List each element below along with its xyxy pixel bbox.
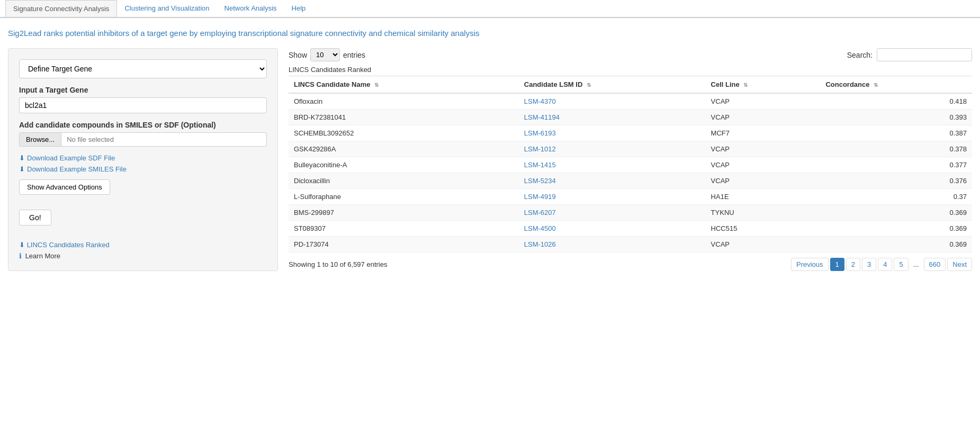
file-upload-row: Browse... No file selected bbox=[19, 132, 267, 147]
download-sdf-icon: ⬇ bbox=[19, 154, 25, 162]
lsm-link-8[interactable]: LSM-4500 bbox=[524, 224, 556, 232]
col-header-lsm-id[interactable]: Candidate LSM ID ⇅ bbox=[519, 76, 706, 94]
cell-concordance-9: 0.369 bbox=[820, 237, 972, 252]
lincs-link-section: ⬇ LINCS Candidates Ranked bbox=[19, 240, 267, 249]
cell-lsm-1: LSM-41194 bbox=[519, 110, 706, 125]
table-controls: Show 10 25 50 100 entries Search: bbox=[289, 48, 972, 61]
navigation-bar: Signature Connectivity Analysis Clusteri… bbox=[0, 0, 980, 18]
lsm-link-0[interactable]: LSM-4370 bbox=[524, 97, 556, 105]
content-layout: Define Target Gene Input a Target Gene A… bbox=[8, 48, 972, 271]
main-container: Sig2Lead ranks potential inhibitors of a… bbox=[0, 18, 980, 276]
cell-name-3: GSK429286A bbox=[289, 141, 519, 157]
cell-lsm-5: LSM-5234 bbox=[519, 173, 706, 189]
cell-line-4: VCAP bbox=[706, 157, 821, 173]
input-target-gene-section: Input a Target Gene bbox=[19, 86, 267, 113]
cell-lsm-8: LSM-4500 bbox=[519, 221, 706, 237]
col-header-concordance[interactable]: Concordance ⇅ bbox=[820, 76, 972, 94]
lsm-link-4[interactable]: LSM-1415 bbox=[524, 161, 556, 169]
cell-concordance-0: 0.418 bbox=[820, 93, 972, 110]
cell-name-7: BMS-299897 bbox=[289, 205, 519, 221]
pagination-section: Showing 1 to 10 of 6,597 entries Previou… bbox=[289, 258, 972, 271]
lsm-link-2[interactable]: LSM-6193 bbox=[524, 129, 556, 137]
cell-lsm-2: LSM-6193 bbox=[519, 125, 706, 141]
cell-line-7: TYKNU bbox=[706, 205, 821, 221]
page-4-button[interactable]: 4 bbox=[878, 258, 892, 271]
file-name-display: No file selected bbox=[61, 132, 267, 147]
nav-network-analysis[interactable]: Network Analysis bbox=[217, 0, 284, 18]
search-section: Search: bbox=[847, 48, 972, 61]
cell-concordance-3: 0.378 bbox=[820, 141, 972, 157]
lsm-link-7[interactable]: LSM-6207 bbox=[524, 209, 556, 216]
nav-signature-connectivity[interactable]: Signature Connectivity Analysis bbox=[5, 0, 117, 18]
candidates-table: LINCS Candidate Name ⇅ Candidate LSM ID … bbox=[289, 76, 972, 252]
cell-name-1: BRD-K72381041 bbox=[289, 110, 519, 125]
cell-concordance-2: 0.387 bbox=[820, 125, 972, 141]
table-row: PD-173074 LSM-1026 VCAP 0.369 bbox=[289, 237, 972, 252]
file-upload-section: Add candidate compounds in SMILES or SDF… bbox=[19, 121, 267, 147]
cell-line-2: MCF7 bbox=[706, 125, 821, 141]
lsm-link-3[interactable]: LSM-1012 bbox=[524, 145, 556, 153]
page-2-button[interactable]: 2 bbox=[846, 258, 860, 271]
table-row: Bulleyaconitine-A LSM-1415 VCAP 0.377 bbox=[289, 157, 972, 173]
cell-line-8: HCC515 bbox=[706, 221, 821, 237]
cell-lsm-0: LSM-4370 bbox=[519, 93, 706, 110]
cell-concordance-8: 0.369 bbox=[820, 221, 972, 237]
download-sdf-link[interactable]: ⬇Download Example SDF File bbox=[19, 154, 267, 162]
entries-per-page-select[interactable]: 10 25 50 100 bbox=[310, 48, 340, 61]
lsm-link-6[interactable]: LSM-4919 bbox=[524, 193, 556, 201]
tagline: Sig2Lead ranks potential inhibitors of a… bbox=[8, 29, 972, 38]
lsm-link-5[interactable]: LSM-5234 bbox=[524, 177, 556, 185]
download-smiles-icon: ⬇ bbox=[19, 165, 25, 173]
page-1-button[interactable]: 1 bbox=[830, 258, 844, 271]
cell-name-6: L-Sulforaphane bbox=[289, 189, 519, 205]
left-panel: Define Target Gene Input a Target Gene A… bbox=[8, 48, 278, 271]
previous-page-button[interactable]: Previous bbox=[791, 258, 829, 271]
advanced-options-section: Show Advanced Options bbox=[19, 179, 267, 202]
show-label: Show bbox=[289, 51, 307, 59]
lincs-candidates-ranked-link[interactable]: ⬇ LINCS Candidates Ranked bbox=[19, 241, 110, 249]
table-row: ST089307 LSM-4500 HCC515 0.369 bbox=[289, 221, 972, 237]
nav-clustering-visualization[interactable]: Clustering and Visualization bbox=[117, 0, 217, 18]
cell-name-9: PD-173074 bbox=[289, 237, 519, 252]
entries-label: entries bbox=[343, 51, 365, 59]
cell-line-5: VCAP bbox=[706, 173, 821, 189]
table-row: L-Sulforaphane LSM-4919 HA1E 0.37 bbox=[289, 189, 972, 205]
cell-concordance-1: 0.393 bbox=[820, 110, 972, 125]
col-header-name[interactable]: LINCS Candidate Name ⇅ bbox=[289, 76, 519, 94]
file-section-label: Add candidate compounds in SMILES or SDF… bbox=[19, 121, 267, 129]
page-3-button[interactable]: 3 bbox=[862, 258, 876, 271]
lsm-link-9[interactable]: LSM-1026 bbox=[524, 240, 556, 248]
download-smiles-link[interactable]: ⬇Download Example SMILES File bbox=[19, 165, 267, 173]
cell-name-5: Dicloxacillin bbox=[289, 173, 519, 189]
go-button[interactable]: Go! bbox=[19, 210, 51, 225]
go-section: Go! bbox=[19, 210, 267, 233]
table-row: SCHEMBL3092652 LSM-6193 MCF7 0.387 bbox=[289, 125, 972, 141]
browse-button[interactable]: Browse... bbox=[19, 132, 61, 147]
sort-icon-lsm: ⇅ bbox=[587, 82, 591, 88]
lsm-link-1[interactable]: LSM-41194 bbox=[524, 113, 560, 121]
page-660-button[interactable]: 660 bbox=[924, 258, 946, 271]
col-header-cell-line[interactable]: Cell Line ⇅ bbox=[706, 76, 821, 94]
nav-help[interactable]: Help bbox=[284, 0, 313, 18]
cell-lsm-7: LSM-6207 bbox=[519, 205, 706, 221]
search-input[interactable] bbox=[877, 48, 972, 61]
cell-lsm-4: LSM-1415 bbox=[519, 157, 706, 173]
page-5-button[interactable]: 5 bbox=[894, 258, 908, 271]
sort-icon-name: ⇅ bbox=[374, 82, 379, 88]
cell-lsm-6: LSM-4919 bbox=[519, 189, 706, 205]
learn-more-label[interactable]: Learn More bbox=[25, 252, 60, 260]
cell-concordance-6: 0.37 bbox=[820, 189, 972, 205]
cell-lsm-3: LSM-1012 bbox=[519, 141, 706, 157]
define-target-gene-dropdown[interactable]: Define Target Gene bbox=[19, 59, 267, 78]
show-entries-section: Show 10 25 50 100 entries bbox=[289, 48, 365, 61]
next-page-button[interactable]: Next bbox=[947, 258, 972, 271]
input-target-gene-label: Input a Target Gene bbox=[19, 86, 267, 94]
search-label: Search: bbox=[847, 51, 873, 59]
pagination-controls: Previous 1 2 3 4 5 ... 660 Next bbox=[791, 258, 972, 271]
target-gene-input[interactable] bbox=[19, 97, 267, 113]
cell-name-2: SCHEMBL3092652 bbox=[289, 125, 519, 141]
sort-icon-concordance: ⇅ bbox=[874, 82, 878, 88]
cell-line-9: VCAP bbox=[706, 237, 821, 252]
cell-concordance-7: 0.369 bbox=[820, 205, 972, 221]
show-advanced-options-button[interactable]: Show Advanced Options bbox=[19, 179, 110, 195]
